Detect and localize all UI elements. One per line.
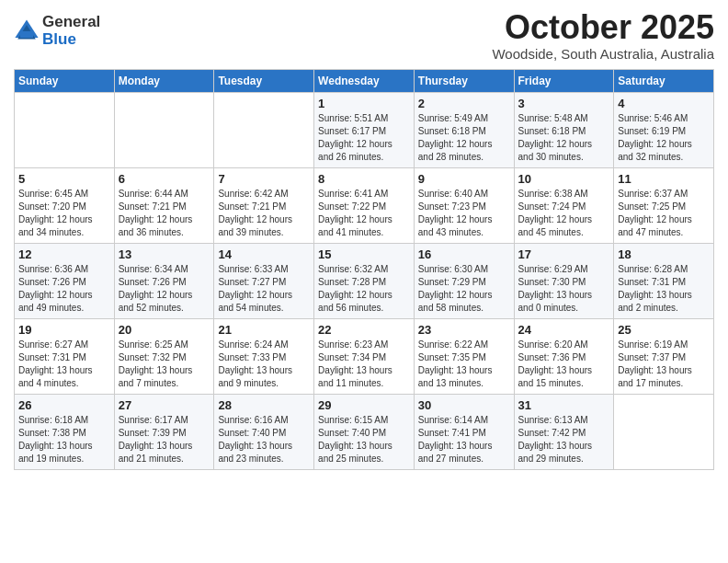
- svg-rect-2: [20, 31, 33, 38]
- header: General Blue October 2025 Woodside, Sout…: [14, 9, 714, 62]
- calendar-cell: 30Sunrise: 6:14 AM Sunset: 7:41 PM Dayli…: [414, 394, 514, 469]
- calendar-cell: 19Sunrise: 6:27 AM Sunset: 7:31 PM Dayli…: [15, 318, 115, 394]
- col-sunday: Sunday: [15, 69, 115, 92]
- day-number: 4: [618, 97, 710, 110]
- calendar-week-1: 1Sunrise: 5:51 AM Sunset: 6:17 PM Daylig…: [15, 92, 714, 167]
- cell-content: Sunrise: 6:17 AM Sunset: 7:39 PM Dayligh…: [119, 414, 210, 465]
- day-number: 15: [318, 247, 410, 261]
- col-thursday: Thursday: [414, 69, 514, 92]
- day-number: 31: [518, 398, 610, 412]
- calendar-cell: 29Sunrise: 6:15 AM Sunset: 7:40 PM Dayli…: [314, 394, 415, 469]
- day-number: 1: [318, 97, 410, 110]
- calendar-cell: [614, 394, 714, 469]
- calendar-cell: 24Sunrise: 6:20 AM Sunset: 7:36 PM Dayli…: [514, 318, 614, 394]
- calendar-cell: 22Sunrise: 6:23 AM Sunset: 7:34 PM Dayli…: [314, 318, 415, 394]
- calendar-cell: 26Sunrise: 6:18 AM Sunset: 7:38 PM Dayli…: [15, 394, 115, 469]
- logo-icon: [14, 18, 40, 44]
- calendar-cell: 16Sunrise: 6:30 AM Sunset: 7:29 PM Dayli…: [414, 243, 514, 318]
- cell-content: Sunrise: 6:28 AM Sunset: 7:31 PM Dayligh…: [618, 263, 710, 315]
- header-row: Sunday Monday Tuesday Wednesday Thursday…: [15, 69, 714, 92]
- calendar-cell: 7Sunrise: 6:42 AM Sunset: 7:21 PM Daylig…: [214, 167, 314, 243]
- day-number: 16: [418, 247, 510, 261]
- day-number: 13: [119, 247, 210, 261]
- calendar-cell: 8Sunrise: 6:41 AM Sunset: 7:22 PM Daylig…: [314, 167, 415, 243]
- logo: General Blue: [14, 14, 100, 48]
- calendar-cell: 1Sunrise: 5:51 AM Sunset: 6:17 PM Daylig…: [314, 92, 415, 167]
- calendar-cell: 10Sunrise: 6:38 AM Sunset: 7:24 PM Dayli…: [514, 167, 614, 243]
- calendar-cell: 14Sunrise: 6:33 AM Sunset: 7:27 PM Dayli…: [214, 243, 314, 318]
- calendar-cell: 5Sunrise: 6:45 AM Sunset: 7:20 PM Daylig…: [15, 167, 115, 243]
- logo-text: General Blue: [42, 14, 100, 48]
- cell-content: Sunrise: 6:20 AM Sunset: 7:36 PM Dayligh…: [518, 339, 610, 390]
- day-number: 19: [18, 323, 110, 337]
- day-number: 10: [518, 172, 610, 186]
- cell-content: Sunrise: 6:15 AM Sunset: 7:40 PM Dayligh…: [318, 414, 410, 465]
- calendar-cell: 20Sunrise: 6:25 AM Sunset: 7:32 PM Dayli…: [114, 318, 214, 394]
- cell-content: Sunrise: 6:40 AM Sunset: 7:23 PM Dayligh…: [418, 188, 510, 239]
- day-number: 25: [618, 323, 710, 337]
- day-number: 20: [119, 323, 210, 337]
- calendar-cell: 21Sunrise: 6:24 AM Sunset: 7:33 PM Dayli…: [214, 318, 314, 394]
- calendar-cell: 18Sunrise: 6:28 AM Sunset: 7:31 PM Dayli…: [614, 243, 714, 318]
- cell-content: Sunrise: 6:44 AM Sunset: 7:21 PM Dayligh…: [119, 188, 210, 239]
- day-number: 11: [618, 172, 710, 186]
- day-number: 14: [218, 247, 310, 261]
- cell-content: Sunrise: 6:36 AM Sunset: 7:26 PM Dayligh…: [18, 263, 110, 315]
- calendar-table: Sunday Monday Tuesday Wednesday Thursday…: [14, 69, 714, 470]
- day-number: 17: [518, 247, 610, 261]
- calendar-week-5: 26Sunrise: 6:18 AM Sunset: 7:38 PM Dayli…: [15, 394, 714, 469]
- logo-blue-label: Blue: [42, 31, 100, 49]
- calendar-cell: 11Sunrise: 6:37 AM Sunset: 7:25 PM Dayli…: [614, 167, 714, 243]
- page: General Blue October 2025 Woodside, Sout…: [0, 0, 728, 563]
- cell-content: Sunrise: 5:48 AM Sunset: 6:18 PM Dayligh…: [518, 112, 610, 164]
- day-number: 27: [119, 398, 210, 412]
- calendar-cell: 23Sunrise: 6:22 AM Sunset: 7:35 PM Dayli…: [414, 318, 514, 394]
- calendar-cell: 13Sunrise: 6:34 AM Sunset: 7:26 PM Dayli…: [114, 243, 214, 318]
- cell-content: Sunrise: 5:51 AM Sunset: 6:17 PM Dayligh…: [318, 112, 410, 164]
- col-tuesday: Tuesday: [214, 69, 314, 92]
- cell-content: Sunrise: 6:33 AM Sunset: 7:27 PM Dayligh…: [218, 263, 310, 315]
- cell-content: Sunrise: 6:19 AM Sunset: 7:37 PM Dayligh…: [618, 339, 710, 390]
- cell-content: Sunrise: 6:45 AM Sunset: 7:20 PM Dayligh…: [18, 188, 110, 239]
- calendar-cell: [214, 92, 314, 167]
- cell-content: Sunrise: 6:27 AM Sunset: 7:31 PM Dayligh…: [18, 339, 110, 390]
- cell-content: Sunrise: 6:29 AM Sunset: 7:30 PM Dayligh…: [518, 263, 610, 315]
- day-number: 22: [318, 323, 410, 337]
- cell-content: Sunrise: 6:25 AM Sunset: 7:32 PM Dayligh…: [119, 339, 210, 390]
- day-number: 18: [618, 247, 710, 261]
- calendar-cell: 12Sunrise: 6:36 AM Sunset: 7:26 PM Dayli…: [15, 243, 115, 318]
- month-title: October 2025: [492, 9, 714, 46]
- day-number: 3: [518, 97, 610, 110]
- calendar-cell: 2Sunrise: 5:49 AM Sunset: 6:18 PM Daylig…: [414, 92, 514, 167]
- calendar-cell: [114, 92, 214, 167]
- cell-content: Sunrise: 6:24 AM Sunset: 7:33 PM Dayligh…: [218, 339, 310, 390]
- day-number: 7: [218, 172, 310, 186]
- calendar-cell: 31Sunrise: 6:13 AM Sunset: 7:42 PM Dayli…: [514, 394, 614, 469]
- day-number: 6: [119, 172, 210, 186]
- day-number: 30: [418, 398, 510, 412]
- day-number: 5: [18, 172, 110, 186]
- calendar-cell: 15Sunrise: 6:32 AM Sunset: 7:28 PM Dayli…: [314, 243, 415, 318]
- calendar-cell: 25Sunrise: 6:19 AM Sunset: 7:37 PM Dayli…: [614, 318, 714, 394]
- location: Woodside, South Australia, Australia: [492, 46, 714, 62]
- calendar-week-2: 5Sunrise: 6:45 AM Sunset: 7:20 PM Daylig…: [15, 167, 714, 243]
- calendar-cell: 3Sunrise: 5:48 AM Sunset: 6:18 PM Daylig…: [514, 92, 614, 167]
- calendar-week-4: 19Sunrise: 6:27 AM Sunset: 7:31 PM Dayli…: [15, 318, 714, 394]
- title-block: October 2025 Woodside, South Australia, …: [492, 9, 714, 62]
- cell-content: Sunrise: 6:16 AM Sunset: 7:40 PM Dayligh…: [218, 414, 310, 465]
- cell-content: Sunrise: 6:18 AM Sunset: 7:38 PM Dayligh…: [18, 414, 110, 465]
- calendar-cell: 6Sunrise: 6:44 AM Sunset: 7:21 PM Daylig…: [114, 167, 214, 243]
- calendar-cell: 4Sunrise: 5:46 AM Sunset: 6:19 PM Daylig…: [614, 92, 714, 167]
- cell-content: Sunrise: 6:38 AM Sunset: 7:24 PM Dayligh…: [518, 188, 610, 239]
- calendar-cell: 9Sunrise: 6:40 AM Sunset: 7:23 PM Daylig…: [414, 167, 514, 243]
- day-number: 9: [418, 172, 510, 186]
- col-monday: Monday: [114, 69, 214, 92]
- day-number: 12: [18, 247, 110, 261]
- cell-content: Sunrise: 6:23 AM Sunset: 7:34 PM Dayligh…: [318, 339, 410, 390]
- day-number: 2: [418, 97, 510, 110]
- col-saturday: Saturday: [614, 69, 714, 92]
- day-number: 21: [218, 323, 310, 337]
- col-friday: Friday: [514, 69, 614, 92]
- day-number: 28: [218, 398, 310, 412]
- logo-general-label: General: [42, 14, 100, 31]
